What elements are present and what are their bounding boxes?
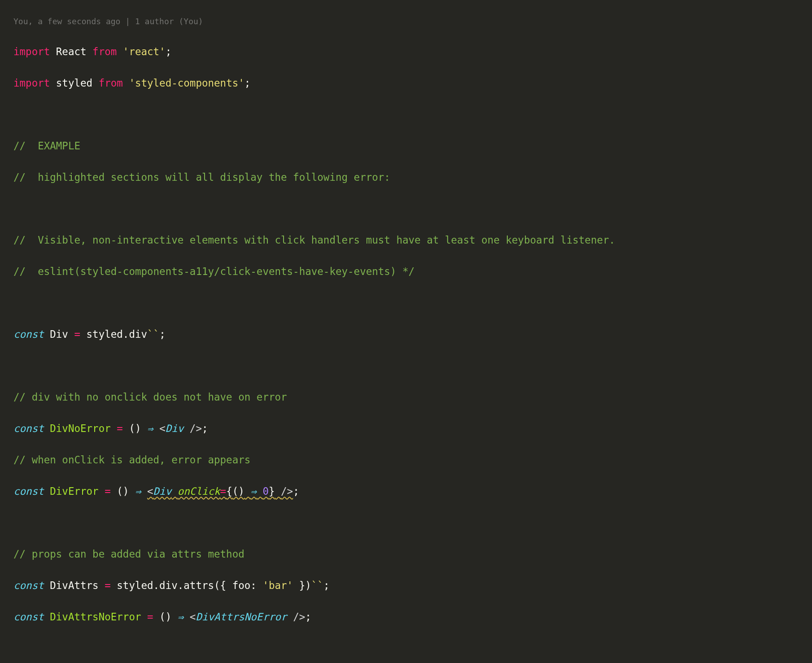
blank-line — [13, 358, 812, 374]
blank-line — [13, 201, 812, 217]
comment: // highlighted sections will all display… — [13, 170, 812, 185]
number-literal: 0 — [262, 485, 269, 497]
keyword-from: from — [99, 77, 123, 89]
string-literal: 'react' — [123, 46, 166, 57]
comment: // when onClick is added, error appears — [13, 452, 812, 468]
identifier: styled.div — [87, 328, 147, 340]
keyword-const: const — [13, 328, 44, 340]
comment: // eslint(styled-components-a11y/click-e… — [13, 264, 812, 279]
code-line: const DivError = () ⇒ <Div onClick={() ⇒… — [13, 484, 812, 499]
function-name: DivError — [50, 485, 98, 497]
comment: // props can be added via attrs method — [13, 546, 812, 562]
identifier: Div — [50, 328, 68, 340]
code-editor[interactable]: You, a few seconds ago | 1 author (You) … — [0, 0, 812, 663]
identifier: DivAttrs — [50, 580, 98, 591]
function-name: DivAttrsNoError — [50, 611, 141, 623]
blank-line — [13, 515, 812, 531]
jsx-attribute: onClick — [178, 485, 220, 497]
git-blame-annotation: You, a few seconds ago | 1 author (You) — [13, 16, 812, 28]
keyword-import: import — [13, 46, 50, 57]
code-line: const DivNoError = () ⇒ <Div />; — [13, 421, 812, 436]
jsx-component: Div — [153, 485, 172, 497]
code-line: const DivAttrsNoError = () ⇒ <DivAttrsNo… — [13, 609, 812, 625]
keyword-import: import — [13, 77, 50, 89]
comment: // EXAMPLE — [13, 138, 812, 154]
keyword-from: from — [92, 46, 117, 57]
code-line: import React from 'react'; — [13, 44, 812, 60]
string-literal: 'bar' — [262, 580, 293, 591]
lint-warning[interactable]: <Div onClick={() ⇒ 0} /> — [147, 485, 293, 497]
blank-line — [13, 107, 812, 122]
string-literal: 'styled-components' — [129, 77, 244, 89]
arrow: ⇒ — [147, 423, 153, 434]
identifier: styled — [56, 77, 92, 89]
blank-line — [13, 641, 812, 656]
code-line: import styled from 'styled-components'; — [13, 75, 812, 91]
blank-line — [13, 295, 812, 311]
comment: // div with no onclick does not have on … — [13, 389, 812, 405]
identifier: React — [56, 46, 87, 57]
comment: // Visible, non-interactive elements wit… — [13, 232, 812, 248]
template-literal: `` — [147, 328, 159, 340]
code-line: const DivAttrs = styled.div.attrs({ foo:… — [13, 578, 812, 593]
jsx-component: DivAttrsNoError — [196, 611, 287, 623]
function-name: DivNoError — [50, 423, 110, 434]
code-line: const Div = styled.div``; — [13, 327, 812, 342]
jsx-component: Div — [166, 423, 184, 434]
